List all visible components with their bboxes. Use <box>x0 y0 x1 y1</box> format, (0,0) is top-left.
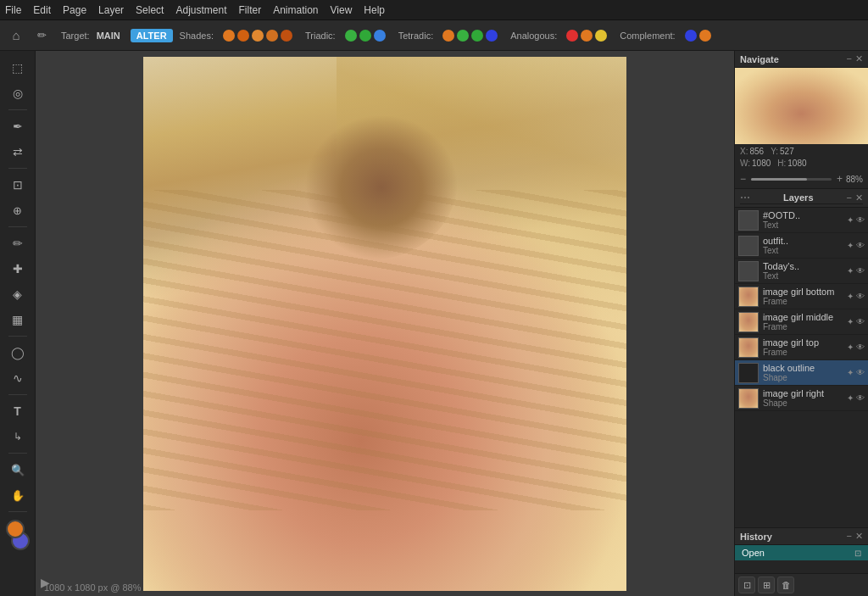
complement-color-1[interactable] <box>685 30 697 42</box>
menu-page[interactable]: Page <box>63 4 86 16</box>
layer-item[interactable]: #OOTD.. Text ✦ 👁 <box>735 208 868 233</box>
zoom-out-button[interactable]: − <box>740 173 746 185</box>
stamp-tool[interactable]: ↳ <box>6 425 30 448</box>
triadic-color-2[interactable] <box>359 30 371 42</box>
shade-color-4[interactable] <box>266 30 278 42</box>
layer-name: image girl middle <box>763 312 847 322</box>
menu-file[interactable]: File <box>5 4 21 16</box>
layer-item[interactable]: image girl right Shape ✦ 👁 <box>735 386 868 411</box>
canvas-area[interactable]: 1080 x 1080 px @ 88% ▶ <box>36 51 734 596</box>
layer-name: image girl right <box>763 388 847 398</box>
menu-animation[interactable]: Animation <box>273 4 318 16</box>
layer-icons: ✦ 👁 <box>847 343 865 352</box>
analogous-color-3[interactable] <box>595 30 607 42</box>
select-rect-tool[interactable]: ⬚ <box>6 56 30 80</box>
triadic-colors <box>344 30 387 42</box>
target-main-button[interactable]: MAIN <box>97 31 120 41</box>
tetradic-color-1[interactable] <box>442 30 454 42</box>
layer-visibility-icon[interactable]: 👁 <box>856 393 865 403</box>
menu-select[interactable]: Select <box>136 4 164 16</box>
shade-color-3[interactable] <box>252 30 264 42</box>
layer-visibility-icon[interactable]: 👁 <box>856 368 865 377</box>
layer-item[interactable]: Today's.. Text ✦ 👁 <box>735 259 868 284</box>
tetradic-color-3[interactable] <box>471 30 483 42</box>
layer-item[interactable]: outfit.. Text ✦ 👁 <box>735 233 868 259</box>
layer-visibility-icon[interactable]: 👁 <box>856 317 865 326</box>
zoom-in-button[interactable]: + <box>837 173 843 185</box>
layers-minimize-button[interactable]: − <box>847 192 852 203</box>
crop-tool[interactable]: ⊡ <box>6 173 30 197</box>
layer-item[interactable]: image girl top Frame ✦ 👁 <box>735 335 868 360</box>
text-tool[interactable]: T <box>6 399 30 423</box>
layer-visibility-icon[interactable]: 👁 <box>856 292 865 301</box>
shade-color-1[interactable] <box>223 30 235 42</box>
layer-fx-icon[interactable]: ✦ <box>847 241 854 250</box>
zoom-tool[interactable]: 🔍 <box>6 458 30 482</box>
hand-tool[interactable]: ✋ <box>6 483 30 507</box>
navigate-close-button[interactable]: ✕ <box>855 53 863 64</box>
menu-layer[interactable]: Layer <box>98 4 124 16</box>
triadic-color-1[interactable] <box>345 30 357 42</box>
target-alter-button[interactable]: ALTER <box>131 29 173 42</box>
canvas-play-arrow[interactable]: ▶ <box>41 576 50 589</box>
canvas-image[interactable] <box>143 57 626 591</box>
eyedropper-tool[interactable]: ⊕ <box>6 198 30 222</box>
layer-visibility-icon[interactable]: 👁 <box>856 215 865 225</box>
layer-fx-icon[interactable]: ✦ <box>847 266 854 276</box>
history-close-button[interactable]: ✕ <box>855 531 863 542</box>
heal-tool[interactable]: ✚ <box>6 257 30 281</box>
layer-visibility-icon[interactable]: 👁 <box>856 241 865 250</box>
navigate-thumbnail-image <box>735 68 868 144</box>
navigate-w: W: 1080 <box>740 159 771 168</box>
layer-fx-icon[interactable]: ✦ <box>847 368 854 377</box>
tetradic-color-2[interactable] <box>457 30 469 42</box>
brush-tool[interactable]: ✏ <box>6 231 30 255</box>
tetradic-color-4[interactable] <box>486 30 498 42</box>
foreground-color-swatch[interactable] <box>6 520 25 538</box>
shape-tool[interactable]: ◯ <box>6 341 30 365</box>
navigate-minimize-button[interactable]: − <box>847 53 852 64</box>
menu-filter[interactable]: Filter <box>238 4 261 16</box>
triadic-color-3[interactable] <box>374 30 386 42</box>
layer-item[interactable]: image girl middle Frame ✦ 👁 <box>735 309 868 335</box>
complement-color-2[interactable] <box>699 30 711 42</box>
layer-fx-icon[interactable]: ✦ <box>847 215 854 225</box>
layer-fx-icon[interactable]: ✦ <box>847 393 854 403</box>
color-swatches[interactable] <box>3 520 33 550</box>
transform-tool[interactable]: ⇄ <box>6 140 30 164</box>
layer-visibility-icon[interactable]: 👁 <box>856 266 865 276</box>
layer-info: outfit.. Text <box>763 236 847 255</box>
history-merge-button[interactable]: ⊞ <box>758 577 775 593</box>
zoom-slider[interactable] <box>751 178 832 181</box>
layer-item[interactable]: black outline Shape ✦ 👁 <box>735 360 868 386</box>
menu-edit[interactable]: Edit <box>33 4 51 16</box>
history-clear-button[interactable]: 🗑 <box>777 577 794 593</box>
history-item-open[interactable]: Open ⊡ <box>735 545 868 560</box>
fill-tool[interactable]: ◈ <box>6 282 30 306</box>
gradient-tool[interactable]: ▦ <box>6 308 30 331</box>
layer-fx-icon[interactable]: ✦ <box>847 343 854 352</box>
shade-color-5[interactable] <box>281 30 292 42</box>
analogous-color-2[interactable] <box>581 30 593 42</box>
smudge-tool[interactable]: ∿ <box>6 366 30 390</box>
menu-help[interactable]: Help <box>364 4 385 16</box>
home-icon[interactable]: ⌂ <box>7 26 25 45</box>
history-minimize-button[interactable]: − <box>847 531 852 542</box>
brush-tool-icon[interactable]: ✏ <box>32 26 51 45</box>
layer-fx-icon[interactable]: ✦ <box>847 317 854 326</box>
layers-close-button[interactable]: ✕ <box>855 192 863 203</box>
layer-visibility-icon[interactable]: 👁 <box>856 343 865 352</box>
history-item-icon: ⊡ <box>854 549 861 558</box>
menu-view[interactable]: View <box>331 4 353 16</box>
analogous-color-1[interactable] <box>566 30 578 42</box>
history-copy-button[interactable]: ⊡ <box>738 577 755 593</box>
layer-name: outfit.. <box>763 236 847 246</box>
layer-info: Today's.. Text <box>763 261 847 281</box>
pen-tool[interactable]: ✒ <box>6 114 30 138</box>
layer-fx-icon[interactable]: ✦ <box>847 292 854 301</box>
shade-color-2[interactable] <box>237 30 249 42</box>
lasso-tool[interactable]: ◎ <box>6 81 30 105</box>
layers-menu-icon[interactable]: ⋯ <box>740 192 750 203</box>
layer-item[interactable]: image girl bottom Frame ✦ 👁 <box>735 284 868 309</box>
menu-adjustment[interactable]: Adjustment <box>175 4 226 16</box>
